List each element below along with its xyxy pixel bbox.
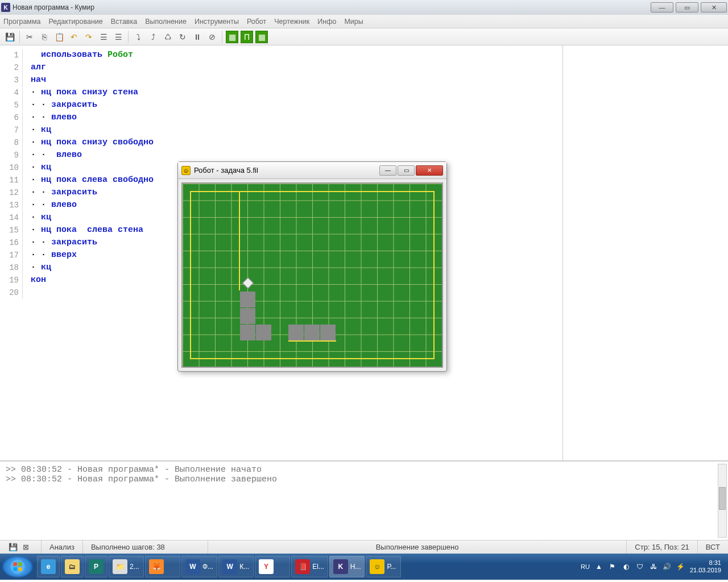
close-button[interactable]: ✕ (701, 2, 727, 13)
robot-maximize-button[interactable]: ▭ (398, 165, 415, 176)
run-icon[interactable]: ♺ (162, 31, 174, 43)
menu-drawer[interactable]: Чертежник (274, 18, 309, 26)
tray-action-center-icon[interactable]: ⚑ (608, 562, 617, 571)
menu-tools[interactable]: Инструменты (195, 18, 239, 26)
tray-power-icon[interactable]: ⚡ (676, 562, 685, 571)
minimize-button[interactable]: — (651, 2, 673, 13)
taskbar-task[interactable]: 📕El... (291, 556, 328, 577)
svg-rect-4 (18, 567, 22, 571)
menu-bar: Программа Редактирование Вставка Выполне… (0, 15, 728, 28)
console-scrollbar[interactable] (718, 464, 727, 538)
taskbar-task[interactable]: Y (255, 556, 290, 577)
robot-window-title: Робот - задача 5.fil (194, 166, 258, 174)
robot-filled-cell (320, 325, 336, 340)
cancel-small-icon[interactable]: ⊠ (20, 542, 31, 552)
taskbar-pin-explorer[interactable]: 🗂 (61, 556, 84, 577)
side-pane (563, 45, 728, 460)
toolbar: 💾 ✂ ⎘ 📋 ↶ ↷ ☰ ☰ ⤵ ⤴ ♺ ↻ ⏸ ⊘ ▦ П ▦ (0, 28, 728, 45)
console-line: >> 08:30:52 - Новая программа* - Выполне… (6, 465, 722, 475)
window-titlebar: K Новая программа - Кумир — ▭ ✕ (0, 0, 728, 15)
robot-wall-horizontal (288, 340, 336, 342)
code-editor[interactable]: использовать Роботалгнач· нц пока снизу … (26, 45, 158, 460)
grid-outline-icon[interactable]: П (241, 31, 253, 43)
robot-filled-cell (240, 308, 255, 324)
console-line: >> 08:30:52 - Новая программа* - Выполне… (6, 475, 722, 484)
menu-worlds[interactable]: Миры (344, 18, 363, 26)
save-icon[interactable]: 💾 (3, 31, 16, 43)
status-cursor-pos: Стр: 15, Поз: 21 (627, 541, 698, 554)
menu-info[interactable]: Инфо (317, 18, 336, 26)
robot-filled-cell (304, 325, 320, 340)
taskbar: e 🗂 P 📁2...🦊WФ...WК...Y📕El...KН...☺Р... … (0, 554, 728, 580)
tray-nvidia-icon[interactable]: ◐ (622, 562, 631, 571)
taskbar-task[interactable]: WК... (218, 556, 254, 577)
step-over-icon[interactable]: ⤴ (147, 31, 159, 43)
menu-run[interactable]: Выполнение (145, 18, 187, 26)
system-tray[interactable]: RU ▲ ⚑ ◐ 🛡 🖧 🔊 ⚡ 8:31 21.03.2019 (576, 559, 726, 574)
indent-icon[interactable]: ☰ (97, 31, 110, 43)
tray-date: 21.03.2019 (690, 567, 721, 574)
taskbar-pin-ie[interactable]: e (37, 556, 60, 577)
tray-network-icon[interactable]: 🖧 (649, 562, 658, 571)
tray-time: 8:31 (690, 559, 721, 567)
step-into-icon[interactable]: ⤵ (132, 31, 144, 43)
svg-rect-1 (14, 563, 17, 566)
menu-edit[interactable]: Редактирование (49, 18, 103, 26)
robot-field[interactable] (181, 182, 443, 368)
svg-point-0 (11, 560, 25, 574)
menu-robot[interactable]: Робот (247, 18, 266, 26)
taskbar-task[interactable]: 📁2... (109, 556, 144, 577)
step-icon[interactable]: ↻ (176, 31, 189, 43)
copy-icon[interactable]: ⎘ (38, 31, 51, 43)
grid-small-icon[interactable]: ▦ (226, 31, 238, 43)
line-gutter: 1234567891011121314151617181920 (0, 45, 26, 460)
status-steps: Выполнено шагов: 38 (83, 541, 208, 554)
start-button[interactable] (2, 556, 33, 577)
save-small-icon[interactable]: 💾 (8, 542, 18, 552)
outdent-icon[interactable]: ☰ (112, 31, 125, 43)
window-title: Новая программа - Кумир (13, 3, 94, 11)
robot-close-button[interactable]: ✕ (416, 165, 443, 176)
status-run: Выполнение завершено (208, 541, 627, 554)
taskbar-task[interactable]: 🦊 (145, 556, 180, 577)
svg-rect-3 (14, 567, 17, 571)
stop-icon[interactable]: ⊘ (206, 31, 218, 43)
status-insert-mode: ВСТ (698, 541, 728, 554)
robot-minimize-button[interactable]: — (379, 165, 396, 176)
output-console: >> 08:30:52 - Новая программа* - Выполне… (0, 460, 728, 540)
robot-filled-cell (240, 325, 255, 340)
tray-flag-icon[interactable]: ▲ (594, 562, 603, 571)
taskbar-pin-publisher[interactable]: P (85, 556, 107, 577)
redo-icon[interactable]: ↷ (82, 31, 95, 43)
menu-insert[interactable]: Вставка (111, 18, 137, 26)
tray-security-icon[interactable]: 🛡 (635, 562, 644, 571)
maximize-button[interactable]: ▭ (676, 2, 698, 13)
tray-clock[interactable]: 8:31 21.03.2019 (690, 559, 721, 574)
tray-language[interactable]: RU (581, 563, 590, 570)
status-bar: 💾⊠ Анализ Выполнено шагов: 38 Выполнение… (0, 540, 728, 554)
taskbar-task[interactable]: ☺Р... (366, 556, 401, 577)
scrollbar-thumb[interactable] (719, 487, 726, 510)
robot-filled-cell (240, 292, 255, 307)
svg-rect-2 (18, 563, 22, 566)
grid-fill-icon[interactable]: ▦ (255, 31, 268, 43)
taskbar-task[interactable]: WФ... (181, 556, 217, 577)
menu-program[interactable]: Программа (3, 18, 41, 26)
undo-icon[interactable]: ↶ (68, 31, 80, 43)
robot-window-titlebar[interactable]: ☺ Робот - задача 5.fil — ▭ ✕ (178, 162, 446, 179)
cut-icon[interactable]: ✂ (23, 31, 36, 43)
robot-filled-cell (288, 325, 304, 340)
pause-icon[interactable]: ⏸ (191, 31, 204, 43)
taskbar-task[interactable]: KН... (329, 556, 365, 577)
robot-filled-cell (256, 325, 271, 340)
tray-volume-icon[interactable]: 🔊 (663, 562, 672, 571)
robot-window[interactable]: ☺ Робот - задача 5.fil — ▭ ✕ (177, 161, 447, 372)
paste-icon[interactable]: 📋 (53, 31, 65, 43)
status-analysis: Анализ (42, 541, 83, 554)
app-icon: K (1, 3, 10, 12)
robot-app-icon: ☺ (181, 166, 191, 175)
robot-wall-vertical (239, 191, 240, 290)
